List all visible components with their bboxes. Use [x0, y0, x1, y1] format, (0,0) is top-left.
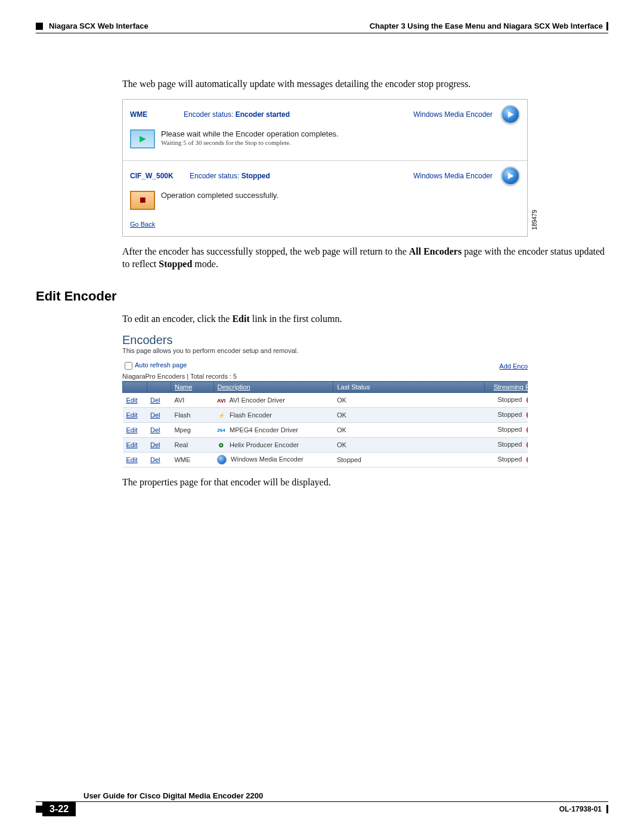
- edit-instruction: To edit an encoder, click the Edit link …: [122, 312, 608, 326]
- status-dot-icon: [527, 425, 528, 435]
- add-encoder-link[interactable]: Add Enco: [499, 363, 528, 370]
- encoder-status: Encoder status: Encoder started: [184, 110, 407, 119]
- auto-refresh-label[interactable]: Auto refresh page: [122, 360, 187, 371]
- col-description[interactable]: Description: [213, 382, 333, 393]
- streaming-cell: Stopped: [484, 438, 528, 453]
- document-id: OL-17938-01: [559, 805, 602, 813]
- col-streaming[interactable]: Streaming Pre: [484, 382, 528, 393]
- encoder-status-cell: OK: [333, 438, 484, 453]
- table-row: EditDelMpeg264 MPEG4 Encoder DriverOKSto…: [123, 423, 528, 438]
- chapter-title: Chapter 3 Using the Ease Menu and Niagar…: [370, 21, 603, 30]
- encoder-name-cell: AVI: [171, 393, 213, 408]
- encoders-table: Name Description Last Status Streaming P…: [122, 381, 528, 467]
- auto-refresh-checkbox[interactable]: [125, 362, 132, 370]
- encoder-desc-cell: ⚡ Flash Encoder: [213, 408, 333, 423]
- encoder-type-icon: ⚡: [217, 412, 225, 419]
- header-square-icon: [36, 23, 43, 30]
- svg-marker-1: [508, 172, 514, 179]
- encoder-desc-cell: AVI AVI Encoder Driver: [213, 393, 333, 408]
- encoders-list-screenshot: Encoders This page allows you to perform…: [122, 333, 528, 467]
- encoder-status: Encoder status: Stopped: [190, 172, 407, 180]
- encoder-type-icon: AVI: [217, 397, 225, 404]
- wait-sub-message: Waiting 5 of 30 seconds for the Stop to …: [161, 139, 339, 146]
- edit-link[interactable]: Edit: [126, 456, 138, 463]
- streaming-cell: Stopped: [484, 408, 528, 423]
- encoder-name: WME: [130, 110, 178, 119]
- delete-link[interactable]: Del: [150, 411, 160, 419]
- streaming-cell: Stopped: [484, 393, 528, 408]
- progress-icon: ▶: [130, 129, 155, 148]
- guide-title: User Guide for Cisco Digital Media Encod…: [36, 791, 263, 800]
- edit-link[interactable]: Edit: [126, 411, 138, 419]
- encoder-type-icon: ✪: [217, 442, 225, 449]
- wme-icon: [217, 455, 227, 465]
- status-dot-icon: [527, 410, 528, 420]
- properties-paragraph: The properties page for that encoder wil…: [122, 476, 608, 489]
- page-header: Niagara SCX Web Interface Chapter 3 Usin…: [36, 21, 608, 30]
- table-row: EditDelWME Windows Media EncoderStoppedS…: [123, 453, 528, 467]
- encoder-status-cell: OK: [333, 408, 484, 423]
- encoder-type-icon: 264: [217, 427, 225, 434]
- figure-number: 189479: [531, 210, 538, 230]
- delete-link[interactable]: Del: [150, 397, 160, 404]
- windows-media-icon: [501, 105, 520, 124]
- wait-message: Please wait while the Encoder operation …: [161, 129, 339, 140]
- col-edit: [123, 382, 147, 393]
- encoders-subtitle: This page allows you to perform encoder …: [122, 347, 528, 354]
- edit-link[interactable]: Edit: [126, 426, 138, 433]
- table-row: EditDelFlash⚡ Flash EncoderOKStopped: [123, 408, 528, 423]
- delete-link[interactable]: Del: [150, 456, 160, 463]
- section-heading: Edit Encoder: [36, 289, 608, 304]
- status-dot-icon: [527, 440, 528, 450]
- encoder-name: CIF_W_500K: [130, 172, 184, 180]
- encoder-desc-cell: ✪ Helix Producer Encoder: [213, 438, 333, 453]
- svg-marker-0: [508, 111, 514, 117]
- col-name[interactable]: Name: [171, 382, 213, 393]
- delete-link[interactable]: Del: [150, 426, 160, 433]
- streaming-cell: Stopped: [484, 453, 528, 467]
- encoder-type-label: Windows Media Encoder: [413, 110, 493, 119]
- encoder-name-cell: Mpeg: [171, 423, 213, 438]
- encoder-status-cell: OK: [333, 423, 484, 438]
- streaming-cell: Stopped: [484, 423, 528, 438]
- col-last-status: Last Status: [333, 382, 484, 393]
- encoder-status-cell: Stopped: [333, 453, 484, 467]
- col-del: [147, 382, 171, 393]
- after-stop-paragraph: After the encoder has successfully stopp…: [122, 245, 608, 271]
- footer-bar-icon: [606, 805, 608, 813]
- intro-paragraph: The web page will automatically update w…: [122, 78, 608, 91]
- encoder-desc-cell: 264 MPEG4 Encoder Driver: [213, 423, 333, 438]
- encoder-stop-screenshot: WME Encoder status: Encoder started Wind…: [122, 99, 528, 237]
- edit-link[interactable]: Edit: [126, 397, 138, 404]
- status-dot-icon: [527, 395, 528, 405]
- encoder-desc-cell: Windows Media Encoder: [213, 453, 333, 467]
- table-row: EditDelAVIAVI AVI Encoder DriverOKStoppe…: [123, 393, 528, 408]
- encoder-name-cell: Flash: [171, 408, 213, 423]
- encoders-title: Encoders: [122, 333, 528, 347]
- status-dot-icon: [527, 455, 528, 465]
- encoder-name-cell: Real: [171, 438, 213, 453]
- records-meta: NiagaraPro Encoders | Total records : 5: [122, 373, 528, 380]
- page-footer: User Guide for Cisco Digital Media Encod…: [36, 791, 608, 816]
- table-row: EditDelReal✪ Helix Producer EncoderOKSto…: [123, 438, 528, 453]
- success-message: Operation completed successfully.: [161, 191, 278, 201]
- encoder-type-label: Windows Media Encoder: [413, 172, 493, 180]
- stop-icon: ⏹: [130, 191, 155, 210]
- encoder-name-cell: WME: [171, 453, 213, 467]
- page-number-badge: 3-22: [42, 802, 76, 816]
- encoder-status-cell: OK: [333, 393, 484, 408]
- edit-link[interactable]: Edit: [126, 441, 138, 448]
- go-back-link[interactable]: Go Back: [130, 221, 155, 228]
- windows-media-icon: [501, 166, 520, 185]
- delete-link[interactable]: Del: [150, 441, 160, 448]
- section-title: Niagara SCX Web Interface: [49, 21, 148, 30]
- header-bar-icon: [606, 22, 608, 30]
